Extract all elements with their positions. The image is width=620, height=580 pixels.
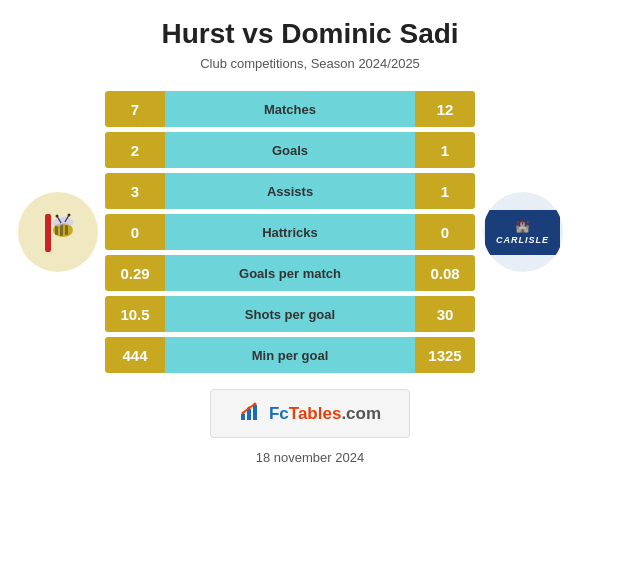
stat-row: 444Min per goal1325 (105, 337, 475, 373)
svg-rect-3 (55, 225, 58, 235)
stat-left-value: 0.29 (105, 255, 165, 291)
stat-label: Goals per match (165, 255, 415, 291)
svg-rect-1 (45, 214, 51, 252)
svg-point-11 (68, 213, 71, 216)
svg-point-15 (241, 412, 244, 415)
stat-row: 0Hattricks0 (105, 214, 475, 250)
stat-left-value: 7 (105, 91, 165, 127)
stat-row: 0.29Goals per match0.08 (105, 255, 475, 291)
brand-fc: Fc (269, 404, 289, 423)
comparison-area: 7Matches122Goals13Assists10Hattricks00.2… (10, 91, 610, 373)
svg-rect-14 (253, 405, 257, 420)
stat-row: 10.5Shots per goal30 (105, 296, 475, 332)
left-team-logo (18, 192, 98, 272)
date-label: 18 november 2024 (256, 450, 364, 465)
stat-left-value: 3 (105, 173, 165, 209)
carlisle-text: CARLISLE (496, 235, 549, 245)
doncaster-logo-svg (25, 200, 90, 265)
stats-table: 7Matches122Goals13Assists10Hattricks00.2… (105, 91, 475, 373)
svg-point-10 (56, 214, 59, 217)
right-team-logo: 🏰 CARLISLE (483, 192, 563, 272)
page-subtitle: Club competitions, Season 2024/2025 (200, 56, 420, 71)
page: Hurst vs Dominic Sadi Club competitions,… (0, 0, 620, 580)
brand-section: FcTables.com (210, 389, 410, 438)
carlisle-inner: 🏰 CARLISLE (496, 219, 549, 245)
brand-chart-icon (239, 400, 261, 422)
stat-left-value: 444 (105, 337, 165, 373)
stat-label: Hattricks (165, 214, 415, 250)
stat-right-value: 1 (415, 132, 475, 168)
brand-name: FcTables.com (269, 404, 381, 424)
carlisle-icon: 🏰 (515, 219, 530, 233)
stat-right-value: 1 (415, 173, 475, 209)
svg-rect-13 (247, 409, 251, 420)
stat-row: 7Matches12 (105, 91, 475, 127)
stat-left-value: 2 (105, 132, 165, 168)
stat-left-value: 0 (105, 214, 165, 250)
stat-right-value: 0 (415, 214, 475, 250)
stat-label: Goals (165, 132, 415, 168)
brand-icon (239, 400, 261, 427)
stat-row: 3Assists1 (105, 173, 475, 209)
brand-tables: Tables (289, 404, 342, 423)
stat-right-value: 0.08 (415, 255, 475, 291)
svg-rect-4 (60, 224, 63, 236)
stat-label: Matches (165, 91, 415, 127)
stat-label: Shots per goal (165, 296, 415, 332)
logo-right: 🏰 CARLISLE (475, 192, 570, 272)
brand-com: .com (341, 404, 381, 423)
stat-right-value: 30 (415, 296, 475, 332)
stat-right-value: 1325 (415, 337, 475, 373)
svg-rect-12 (241, 414, 245, 420)
stat-right-value: 12 (415, 91, 475, 127)
stat-left-value: 10.5 (105, 296, 165, 332)
svg-rect-5 (65, 225, 68, 235)
carlisle-logo-box: 🏰 CARLISLE (485, 210, 560, 255)
svg-point-16 (247, 407, 250, 410)
svg-point-17 (253, 403, 256, 406)
page-title: Hurst vs Dominic Sadi (161, 18, 458, 50)
logo-left (10, 192, 105, 272)
stat-label: Assists (165, 173, 415, 209)
stat-label: Min per goal (165, 337, 415, 373)
stat-row: 2Goals1 (105, 132, 475, 168)
